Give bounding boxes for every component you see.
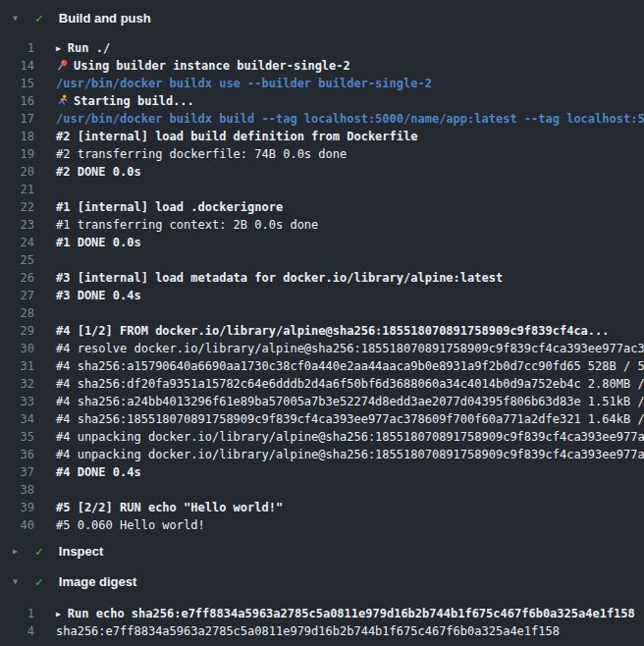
line-content: Starting build...: [56, 92, 194, 110]
line-number[interactable]: 24: [0, 234, 34, 251]
section-label: Inspect: [59, 544, 104, 559]
log-section-image-digest: ▼✓Image digest1▶Run echo sha256:e7ff8834…: [0, 569, 644, 640]
chevron-down-icon: ▼: [13, 14, 25, 23]
line-number[interactable]: 21: [0, 181, 34, 198]
line-number[interactable]: 23: [0, 216, 34, 234]
line-content: #4 unpacking docker.io/library/alpine@sh…: [56, 428, 644, 446]
line-content: #4 resolve docker.io/library/alpine@sha2…: [56, 340, 644, 357]
log-lines: 1▶Run ./14Using builder instance builder…: [0, 39, 644, 534]
log-line: 30#4 resolve docker.io/library/alpine@sh…: [0, 340, 644, 357]
log-text: #5 [2/2] RUN echo "Hello world!": [56, 501, 283, 514]
line-content: #4 sha256:a15790640a6690aa1730c38cf0a440…: [56, 357, 644, 375]
line-content: #3 [internal] load metadata for docker.i…: [56, 269, 503, 287]
line-number[interactable]: 16: [0, 92, 34, 110]
log-line: 15/usr/bin/docker buildx use --builder b…: [0, 75, 644, 92]
log-text: #4 sha256:185518070891758909c9f839cf4ca3…: [56, 412, 644, 426]
log-line: 14Using builder instance builder-single-…: [0, 57, 644, 75]
log-line: 16Starting build...: [0, 92, 644, 110]
line-number[interactable]: 17: [0, 110, 34, 128]
line-number[interactable]: 22: [0, 198, 34, 216]
line-content: #2 DONE 0.0s: [56, 163, 141, 181]
line-content: #1 DONE 0.0s: [56, 234, 141, 251]
line-number[interactable]: 25: [0, 251, 34, 269]
log-text: /usr/bin/docker buildx build --tag local…: [56, 112, 644, 126]
line-number[interactable]: 26: [0, 269, 34, 287]
log-text: #2 transferring dockerfile: 74B 0.0s don…: [56, 147, 347, 161]
line-content: #2 transferring dockerfile: 74B 0.0s don…: [56, 145, 347, 163]
log-line: 37#4 DONE 0.4s: [0, 463, 644, 481]
log-line: 33#4 sha256:a24bb4013296f61e89ba57005a7b…: [0, 393, 644, 410]
line-number[interactable]: 32: [0, 375, 34, 393]
log-line: 1▶Run ./: [0, 39, 644, 57]
line-content: #4 sha256:a24bb4013296f61e89ba57005a7b3e…: [56, 393, 644, 410]
log-text: #2 DONE 0.0s: [56, 165, 141, 179]
log-lines: 1▶Run echo sha256:e7ff8834a5963a2785c5a0…: [0, 605, 644, 640]
log-line: 4sha256:e7ff8834a5963a2785c5a0811e979d16…: [0, 622, 644, 640]
line-number[interactable]: 19: [0, 145, 34, 163]
line-number[interactable]: 30: [0, 340, 34, 357]
log-text: #3 DONE 0.4s: [56, 289, 141, 302]
line-number[interactable]: 4: [0, 622, 34, 640]
log-text: Starting build...: [74, 94, 194, 108]
line-number[interactable]: 18: [0, 128, 34, 145]
log-text: #4 resolve docker.io/library/alpine@sha2…: [56, 342, 644, 355]
log-text: #1 transferring context: 2B 0.0s done: [56, 218, 318, 232]
log-section-inspect: ▶✓Inspect: [0, 539, 644, 563]
log-text: #4 unpacking docker.io/library/alpine@sh…: [56, 448, 644, 461]
line-content: #2 [internal] load build definition from…: [56, 128, 417, 145]
log-line: 22#1 [internal] load .dockerignore: [0, 198, 644, 216]
log-line: 19#2 transferring dockerfile: 74B 0.0s d…: [0, 145, 644, 163]
log-text: #4 unpacking docker.io/library/alpine@sh…: [56, 430, 644, 444]
actions-log-page: { "colors": { "background": "#24292f", "…: [0, 0, 644, 646]
section-label: Image digest: [59, 574, 136, 589]
line-number[interactable]: 34: [0, 410, 34, 428]
line-number[interactable]: 31: [0, 357, 34, 375]
line-content: #4 sha256:df20fa9351a15782c64e6dddb2d4a6…: [56, 375, 644, 393]
log-line: 23#1 transferring context: 2B 0.0s done: [0, 216, 644, 234]
log-text: #4 DONE 0.4s: [56, 465, 141, 479]
section-header-inspect[interactable]: ▶✓Inspect: [0, 539, 644, 563]
section-header-image-digest[interactable]: ▼✓Image digest: [0, 569, 644, 593]
log-line: 36#4 unpacking docker.io/library/alpine@…: [0, 446, 644, 463]
log-line: 39#5 [2/2] RUN echo "Hello world!": [0, 499, 644, 516]
line-content: /usr/bin/docker buildx use --builder bui…: [56, 75, 432, 92]
line-content: #4 sha256:185518070891758909c9f839cf4ca3…: [56, 410, 644, 428]
log-line: 1▶Run echo sha256:e7ff8834a5963a2785c5a0…: [0, 605, 644, 622]
line-content: sha256:e7ff8834a5963a2785c5a0811e979d16b…: [56, 622, 560, 640]
line-number[interactable]: 39: [0, 499, 34, 516]
log-text: #1 DONE 0.0s: [56, 236, 141, 249]
log-line: 35#4 unpacking docker.io/library/alpine@…: [0, 428, 644, 446]
line-number[interactable]: 14: [0, 57, 34, 75]
line-number[interactable]: 40: [0, 516, 34, 534]
run-group-expander-icon[interactable]: ▶: [56, 44, 61, 53]
line-number[interactable]: 27: [0, 287, 34, 304]
line-number[interactable]: 38: [0, 481, 34, 499]
log-line: 24#1 DONE 0.0s: [0, 234, 644, 251]
line-number[interactable]: 29: [0, 322, 34, 340]
line-number[interactable]: 37: [0, 463, 34, 481]
line-content: ▶Run ./: [56, 39, 110, 57]
log-text: #3 [internal] load metadata for docker.i…: [56, 271, 503, 285]
line-number[interactable]: 20: [0, 163, 34, 181]
line-number[interactable]: 28: [0, 304, 34, 322]
line-number[interactable]: 35: [0, 428, 34, 446]
check-icon: ✓: [35, 11, 43, 26]
line-number[interactable]: 36: [0, 446, 34, 463]
log-text: sha256:e7ff8834a5963a2785c5a0811e979d16b…: [56, 624, 560, 638]
run-group-expander-icon[interactable]: ▶: [56, 610, 61, 619]
log-line: 17/usr/bin/docker buildx build --tag loc…: [0, 110, 644, 128]
line-number[interactable]: 1: [0, 605, 34, 622]
line-content: #3 DONE 0.4s: [56, 287, 141, 304]
log-text: /usr/bin/docker buildx use --builder bui…: [56, 77, 432, 90]
log-line: 40#5 0.060 Hello world!: [0, 516, 644, 534]
log-line: 28: [0, 304, 644, 322]
log-text: #4 sha256:a15790640a6690aa1730c38cf0a440…: [56, 359, 644, 373]
log-line: 18#2 [internal] load build definition fr…: [0, 128, 644, 145]
section-header-build-and-push[interactable]: ▼✓Build and push: [0, 6, 644, 29]
line-content: #4 unpacking docker.io/library/alpine@sh…: [56, 446, 644, 463]
line-number[interactable]: 33: [0, 393, 34, 410]
line-number[interactable]: 1: [0, 39, 34, 57]
line-number[interactable]: 15: [0, 75, 34, 92]
log-section-build-and-push: ▼✓Build and push1▶Run ./14Using builder …: [0, 6, 644, 534]
log-line: 25: [0, 251, 644, 269]
